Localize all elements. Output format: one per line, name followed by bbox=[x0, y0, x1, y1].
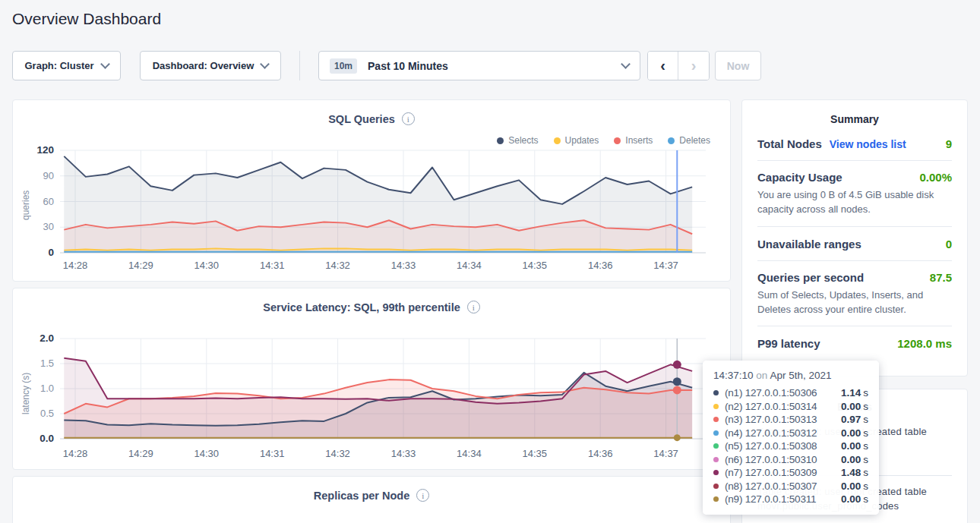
graph-dropdown[interactable]: Graph: Cluster bbox=[12, 51, 121, 80]
chart-plot[interactable]: latency (s) 0.00.51.01.52.0 14:2814:2914… bbox=[19, 337, 726, 462]
legend-dot-icon bbox=[668, 137, 675, 144]
chart-canvas[interactable] bbox=[58, 149, 718, 263]
now-button[interactable]: Now bbox=[715, 51, 761, 80]
chart-plot[interactable]: queries 0306090120 14:2814:2914:3014:311… bbox=[19, 149, 726, 273]
time-pager: ‹ › bbox=[647, 51, 710, 80]
overview-dashboard-page: Overview Dashboard Graph: Cluster Dashbo… bbox=[0, 0, 980, 523]
chevron-right-icon: › bbox=[691, 57, 697, 74]
tooltip-node-row: (n8) 127.0.0.1:503070.00s bbox=[713, 480, 868, 493]
dashboard-controls: Graph: Cluster Dashboard: Overview 10m P… bbox=[12, 51, 761, 80]
node-latency-unit: s bbox=[863, 401, 868, 412]
tooltip-time: 14:37:10 bbox=[713, 370, 754, 381]
node-color-dot-icon bbox=[713, 496, 719, 502]
page-title: Overview Dashboard bbox=[12, 10, 161, 28]
legend-item-selects[interactable]: Selects bbox=[497, 135, 538, 146]
time-range-picker[interactable]: 10m Past 10 Minutes bbox=[318, 51, 640, 80]
tooltip-date: Apr 5th, 2021 bbox=[770, 370, 831, 381]
next-range-button[interactable]: › bbox=[678, 52, 709, 80]
y-tick-label: 0 bbox=[19, 247, 54, 258]
node-latency-value: 0.00 bbox=[841, 454, 861, 465]
legend-item-deletes[interactable]: Deletes bbox=[668, 135, 710, 146]
node-latency-value: 0.97 bbox=[841, 414, 861, 425]
y-tick-label: 90 bbox=[19, 170, 54, 181]
node-latency-value: 1.48 bbox=[841, 467, 861, 478]
queries-per-second-row: Queries per second 87.5 Sum of Selects, … bbox=[757, 260, 952, 326]
legend-item-updates[interactable]: Updates bbox=[554, 135, 599, 146]
legend-label: Selects bbox=[508, 135, 538, 146]
tooltip-on-word: on bbox=[756, 370, 770, 381]
y-tick-label: 60 bbox=[19, 196, 54, 207]
tooltip-node-row: (n9) 127.0.0.1:503110.00s bbox=[713, 493, 868, 506]
total-nodes-value: 9 bbox=[946, 137, 952, 150]
queries-per-second-subtext: Sum of Selects, Updates, Inserts, and De… bbox=[757, 288, 952, 317]
hover-dot bbox=[674, 434, 681, 441]
prev-range-button[interactable]: ‹ bbox=[648, 52, 678, 80]
chevron-left-icon: ‹ bbox=[660, 57, 665, 74]
summary-panel: Summary Total Nodes View nodes list 9 Ca… bbox=[741, 99, 968, 376]
unavailable-ranges-row: Unavailable ranges 0 bbox=[757, 226, 952, 260]
legend-label: Inserts bbox=[625, 135, 653, 146]
legend-label: Deletes bbox=[679, 135, 710, 146]
info-icon[interactable]: i bbox=[467, 301, 480, 313]
total-nodes-row: Total Nodes View nodes list 9 bbox=[757, 127, 952, 160]
tooltip-node-row: (n7) 127.0.0.1:503091.48s bbox=[713, 466, 868, 480]
tooltip-node-row: (n4) 127.0.0.1:503120.00s bbox=[713, 427, 868, 440]
chart-title: Replicas per Node bbox=[314, 490, 410, 502]
capacity-usage-label: Capacity Usage bbox=[757, 171, 842, 184]
node-address: (n4) 127.0.0.1:50312 bbox=[725, 427, 817, 439]
p99-latency-value: 1208.0 ms bbox=[897, 337, 952, 350]
chart-title-row: SQL Queries i bbox=[13, 112, 730, 125]
chart-title: SQL Queries bbox=[328, 113, 395, 125]
dashboard-dropdown-label: Dashboard: Overview bbox=[153, 60, 254, 71]
queries-per-second-value: 87.5 bbox=[930, 271, 952, 284]
capacity-usage-value: 0.00% bbox=[919, 171, 952, 184]
hover-dot bbox=[673, 377, 681, 386]
p99-latency-row: P99 latency 1208.0 ms bbox=[757, 326, 952, 360]
y-tick-label: 2.0 bbox=[19, 332, 54, 344]
chart-hover-tooltip: 14:37:10 on Apr 5th, 2021 (n1) 127.0.0.1… bbox=[703, 361, 879, 515]
legend-dot-icon bbox=[614, 137, 621, 144]
node-color-dot-icon bbox=[713, 470, 719, 475]
node-color-dot-icon bbox=[713, 443, 719, 449]
node-color-dot-icon bbox=[713, 390, 719, 395]
chart-legend: SelectsUpdatesInsertsDeletes bbox=[497, 135, 710, 146]
y-tick-label: 0.0 bbox=[19, 433, 54, 444]
chevron-down-icon bbox=[100, 59, 110, 69]
controls-divider bbox=[299, 51, 300, 80]
node-latency-value: 0.00 bbox=[841, 493, 861, 505]
sql-queries-chart-card: SQL Queries i SelectsUpdatesInsertsDelet… bbox=[12, 99, 731, 282]
node-color-dot-icon bbox=[713, 484, 719, 489]
y-tick-label: 120 bbox=[19, 144, 54, 156]
chart-canvas[interactable] bbox=[58, 337, 718, 451]
view-nodes-list-link[interactable]: View nodes list bbox=[830, 138, 906, 150]
replicas-per-node-chart-card: Replicas per Node i bbox=[12, 476, 731, 523]
node-latency-unit: s bbox=[863, 414, 868, 425]
y-tick-label: 0.5 bbox=[19, 408, 54, 419]
dashboard-dropdown[interactable]: Dashboard: Overview bbox=[140, 51, 281, 80]
hover-dot bbox=[673, 386, 681, 394]
node-address: (n2) 127.0.0.1:50314 bbox=[725, 401, 817, 412]
info-icon[interactable]: i bbox=[416, 489, 429, 502]
info-icon[interactable]: i bbox=[402, 112, 415, 125]
summary-title: Summary bbox=[757, 113, 952, 125]
chart-title: Service Latency: SQL, 99th percentile bbox=[263, 301, 460, 313]
tooltip-rows: (n1) 127.0.0.1:503061.14s(n2) 127.0.0.1:… bbox=[713, 386, 868, 506]
total-nodes-label: Total Nodes bbox=[757, 137, 822, 150]
node-latency-unit: s bbox=[863, 480, 868, 492]
node-address: (n5) 127.0.0.1:50308 bbox=[725, 440, 817, 452]
tooltip-node-row: (n5) 127.0.0.1:503080.00s bbox=[713, 440, 868, 453]
legend-dot-icon bbox=[497, 137, 504, 144]
time-range-badge: 10m bbox=[330, 58, 357, 74]
tooltip-node-row: (n3) 127.0.0.1:503130.97s bbox=[713, 413, 868, 427]
node-latency-value: 0.00 bbox=[841, 427, 861, 439]
legend-label: Updates bbox=[565, 135, 599, 146]
node-address: (n3) 127.0.0.1:50313 bbox=[725, 414, 817, 425]
legend-item-inserts[interactable]: Inserts bbox=[614, 135, 653, 146]
y-tick-label: 1.0 bbox=[19, 383, 54, 394]
y-tick-label: 30 bbox=[19, 221, 54, 232]
unavailable-ranges-label: Unavailable ranges bbox=[757, 238, 861, 250]
capacity-usage-subtext: You are using 0 B of 4.5 GiB usable disk… bbox=[757, 188, 952, 217]
node-latency-unit: s bbox=[863, 467, 868, 478]
node-latency-unit: s bbox=[863, 454, 868, 465]
chevron-down-icon bbox=[621, 59, 631, 69]
